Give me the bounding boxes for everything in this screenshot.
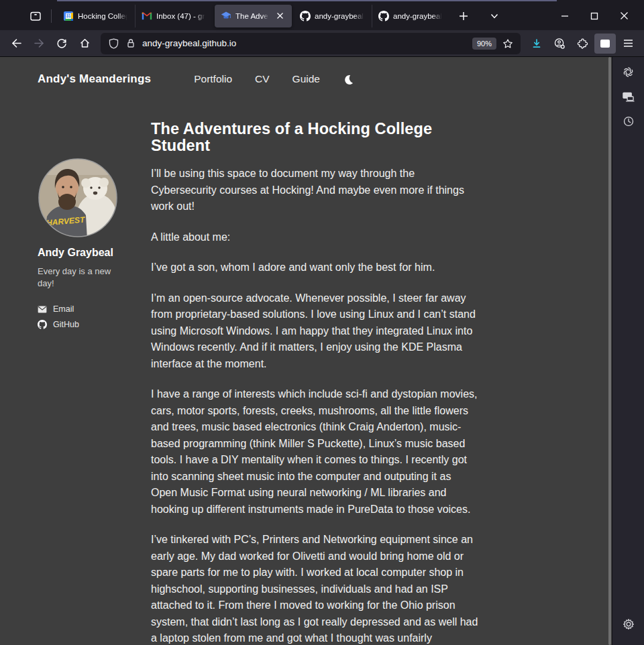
home-icon xyxy=(79,38,91,49)
browser-viewport: Andy's Meanderings PortfolioCVGuide xyxy=(0,57,644,645)
account-icon xyxy=(553,38,566,50)
tab-title: andy-graybeal. xyxy=(393,12,443,20)
zoom-level-badge[interactable]: 90% xyxy=(472,38,496,50)
extensions-puzzle-icon xyxy=(577,38,588,49)
article-title: The Adventures of a Hocking College Stud… xyxy=(151,121,479,154)
profile-links: EmailGitHub xyxy=(38,304,151,329)
downloads-button[interactable] xyxy=(526,34,547,54)
window-controls xyxy=(550,1,639,30)
tab-close-button[interactable] xyxy=(274,10,286,22)
site-nav: PortfolioCVGuide xyxy=(194,73,354,85)
back-icon xyxy=(11,38,22,49)
graduation-cap-icon xyxy=(221,11,231,21)
scrollbar-thumb[interactable] xyxy=(608,57,611,645)
history-button[interactable] xyxy=(618,111,639,132)
site-title[interactable]: Andy's Meanderings xyxy=(38,72,151,86)
article-paragraph: I’ve got a son, whom I adore and want on… xyxy=(151,259,479,276)
browser-window: 31Hocking CollegInbox (47) - graThe Adve… xyxy=(0,0,644,645)
forward-button[interactable] xyxy=(28,34,50,54)
account-button[interactable] xyxy=(549,34,570,54)
tab-title: Hocking Colleg xyxy=(78,12,129,20)
downloads-icon xyxy=(531,38,542,49)
synced-tabs-button[interactable] xyxy=(618,86,639,107)
tab[interactable]: Inbox (47) - gra xyxy=(135,5,213,27)
sidebar-top-icons xyxy=(618,61,639,135)
hamburger-menu-icon xyxy=(623,39,633,48)
article-body: I’ll be using this space to document my … xyxy=(151,166,479,645)
tab[interactable]: 31Hocking Colleg xyxy=(57,5,135,27)
firefox-sidebar xyxy=(612,57,644,645)
reload-icon xyxy=(56,38,67,49)
profile-link-label: GitHub xyxy=(53,320,79,329)
menu-button[interactable] xyxy=(617,34,639,54)
extensions-button[interactable] xyxy=(572,34,593,54)
chatgpt-button[interactable] xyxy=(618,61,639,82)
settings-gear-icon xyxy=(623,618,635,630)
bookmark-star-icon[interactable] xyxy=(499,35,517,52)
reload-button[interactable] xyxy=(51,34,72,54)
synced-tabs-icon xyxy=(622,91,635,103)
tab[interactable]: andy-graybeal. xyxy=(294,5,372,27)
article-paragraph: I’m an open-source advocate. Whenever po… xyxy=(151,290,479,373)
gmail-icon xyxy=(142,11,152,21)
tab-list: 31Hocking CollegInbox (47) - graThe Adve… xyxy=(57,5,449,27)
chatgpt-icon xyxy=(622,66,635,78)
new-tab-button[interactable] xyxy=(453,6,474,26)
minimize-icon xyxy=(561,12,569,20)
web-page: Andy's Meanderings PortfolioCVGuide xyxy=(0,57,607,645)
theme-toggle-button[interactable] xyxy=(343,74,354,85)
google-calendar-icon: 31 xyxy=(63,11,74,21)
tab-bar: 31Hocking CollegInbox (47) - graThe Adve… xyxy=(0,0,644,30)
tab-title: Inbox (47) - gra xyxy=(156,12,207,20)
sidebar-settings-button[interactable] xyxy=(618,613,639,635)
close-window-button[interactable] xyxy=(609,5,639,27)
page-layout: HARVEST Andy Graybeal Every day is a new… xyxy=(38,121,607,645)
back-button[interactable] xyxy=(5,34,27,54)
profile-name: Andy Graybeal xyxy=(38,247,151,259)
nav-link-portfolio[interactable]: Portfolio xyxy=(194,73,232,85)
url-bar[interactable]: andy-graybeal.github.io 90% xyxy=(101,33,521,54)
nav-link-cv[interactable]: CV xyxy=(255,73,270,85)
sidebar-icon xyxy=(600,39,610,48)
github-icon xyxy=(378,11,389,21)
article: The Adventures of a Hocking College Stud… xyxy=(151,121,479,645)
avatar: HARVEST xyxy=(38,158,118,238)
tab-separator xyxy=(51,9,52,23)
sidebar-toggle-button[interactable] xyxy=(594,34,616,54)
maximize-icon xyxy=(590,12,598,20)
article-paragraph: I’ll be using this space to document my … xyxy=(151,166,479,215)
close-icon xyxy=(620,11,629,20)
minimize-button[interactable] xyxy=(550,5,580,27)
navigation-toolbar: andy-graybeal.github.io 90% xyxy=(0,30,644,57)
profile-sidebar: HARVEST Andy Graybeal Every day is a new… xyxy=(38,121,151,645)
list-all-tabs-button[interactable] xyxy=(484,6,504,26)
maximize-button[interactable] xyxy=(580,5,609,27)
tracking-shield-icon[interactable] xyxy=(105,35,122,52)
tab-title: The Adventu xyxy=(235,12,270,20)
svg-text:31: 31 xyxy=(66,13,71,18)
tab-active[interactable]: The Adventu xyxy=(215,5,292,27)
forward-icon xyxy=(34,38,45,49)
url-text[interactable]: andy-graybeal.github.io xyxy=(142,38,472,48)
envelope-icon xyxy=(38,304,47,314)
tab-title: andy-graybeal. xyxy=(315,12,366,20)
github-icon xyxy=(300,11,311,21)
firefox-view-icon xyxy=(29,9,42,23)
chevron-down-icon xyxy=(490,11,499,21)
moon-icon xyxy=(343,74,354,85)
toolbar-right-icons xyxy=(526,34,639,54)
profile-link-email[interactable]: Email xyxy=(38,304,151,314)
history-icon xyxy=(623,115,635,127)
article-paragraph: I’ve tinkered with PC’s, Printers and Ne… xyxy=(151,532,479,645)
lock-icon[interactable] xyxy=(122,35,140,52)
profile-tagline: Every day is a new day! xyxy=(38,266,117,290)
nav-link-guide[interactable]: Guide xyxy=(292,73,320,85)
article-paragraph: I have a range of interests which includ… xyxy=(151,386,479,518)
github-icon xyxy=(38,320,47,329)
firefox-view-button[interactable] xyxy=(25,6,46,26)
profile-link-github[interactable]: GitHub xyxy=(38,320,151,329)
home-button[interactable] xyxy=(74,34,95,54)
page-scrollbar[interactable] xyxy=(607,57,612,645)
tab[interactable]: andy-graybeal. xyxy=(372,5,449,27)
plus-icon xyxy=(459,11,468,21)
